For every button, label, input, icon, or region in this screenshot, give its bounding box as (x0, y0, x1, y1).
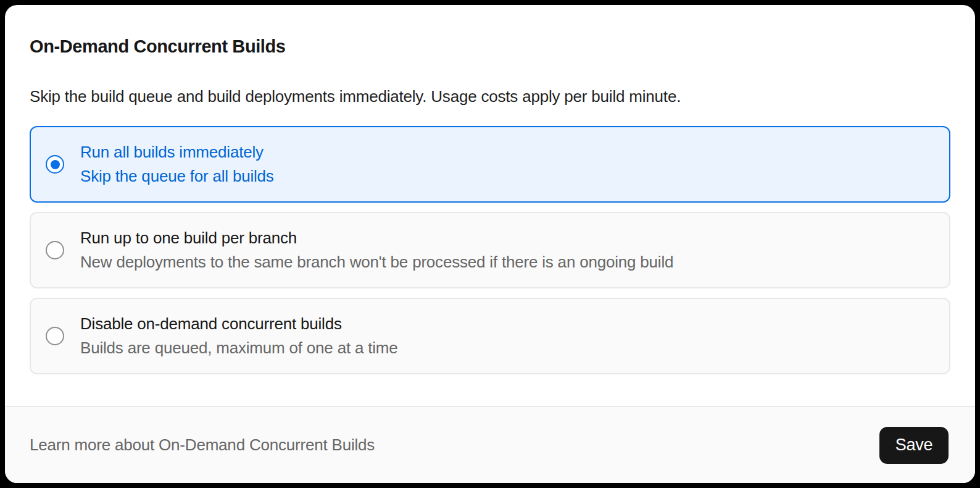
option-label: Run all builds immediately (80, 140, 274, 164)
build-options-radiogroup: Run all builds immediately Skip the queu… (30, 126, 950, 374)
page-title: On-Demand Concurrent Builds (30, 5, 950, 57)
card-content: On-Demand Concurrent Builds Skip the bui… (5, 5, 975, 374)
option-sublabel: Builds are queued, maximum of one at a t… (80, 336, 398, 360)
radio-option-run-all-builds[interactable]: Run all builds immediately Skip the queu… (30, 126, 950, 203)
radio-option-one-build-per-branch[interactable]: Run up to one build per branch New deplo… (30, 212, 950, 288)
option-label: Disable on-demand concurrent builds (80, 312, 398, 336)
option-label: Run up to one build per branch (80, 226, 673, 250)
radio-selected-icon[interactable] (46, 155, 64, 174)
option-sublabel: New deployments to the same branch won't… (80, 250, 673, 274)
radio-unselected-icon[interactable] (46, 327, 64, 345)
learn-more-link[interactable]: Learn more about On-Demand Concurrent Bu… (30, 435, 375, 455)
card-footer: Learn more about On-Demand Concurrent Bu… (5, 406, 975, 483)
radio-unselected-icon[interactable] (46, 241, 64, 259)
settings-card: On-Demand Concurrent Builds Skip the bui… (5, 5, 975, 483)
option-text: Disable on-demand concurrent builds Buil… (80, 312, 398, 360)
card-description: Skip the build queue and build deploymen… (30, 85, 950, 109)
radio-option-disable-on-demand[interactable]: Disable on-demand concurrent builds Buil… (30, 298, 950, 374)
option-text: Run up to one build per branch New deplo… (80, 226, 673, 274)
save-button[interactable]: Save (879, 427, 949, 464)
option-sublabel: Skip the queue for all builds (80, 164, 274, 188)
option-text: Run all builds immediately Skip the queu… (80, 140, 274, 188)
